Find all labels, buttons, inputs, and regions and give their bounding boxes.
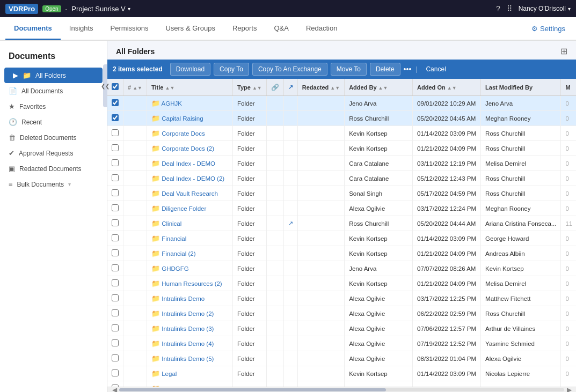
download-button[interactable]: Download bbox=[170, 63, 210, 76]
tab-redaction[interactable]: Redaction bbox=[297, 18, 346, 40]
tab-reports[interactable]: Reports bbox=[224, 18, 266, 40]
row-checkbox[interactable] bbox=[112, 339, 119, 346]
copy-to-button[interactable]: Copy To bbox=[214, 63, 249, 76]
row-title[interactable]: Intralinks Demo bbox=[162, 295, 205, 302]
scroll-left-button[interactable]: ◀ bbox=[110, 386, 119, 393]
delete-button[interactable]: Delete bbox=[370, 63, 400, 76]
tab-documents[interactable]: Documents bbox=[5, 18, 61, 40]
row-title[interactable]: Deal Index - DEMO bbox=[162, 160, 215, 167]
settings-button[interactable]: ⚙ Settings bbox=[526, 21, 571, 36]
row-title[interactable]: Intralinks Demo (3) bbox=[162, 326, 214, 332]
row-checkbox[interactable] bbox=[112, 99, 119, 106]
project-chevron-icon[interactable]: ▾ bbox=[128, 6, 130, 12]
row-link1 bbox=[266, 351, 283, 366]
sidebar-item-approval-requests[interactable]: ✔ Approval Requests bbox=[0, 145, 107, 161]
header-added-by[interactable]: Added By ▲▼ bbox=[345, 79, 413, 96]
row-link2 bbox=[283, 111, 297, 126]
sidebar-item-redacted-documents[interactable]: ▣ Redacted Documents bbox=[0, 161, 107, 176]
row-checkbox[interactable] bbox=[112, 114, 119, 121]
tab-users-groups[interactable]: Users & Groups bbox=[157, 18, 223, 40]
collapse-sidebar-button[interactable]: ❮❮ bbox=[103, 64, 107, 107]
row-link1 bbox=[266, 96, 283, 111]
external-link-icon[interactable]: ↗ bbox=[288, 220, 293, 226]
row-checkbox[interactable] bbox=[112, 159, 119, 166]
row-title[interactable]: Financial bbox=[162, 235, 186, 242]
row-checkbox[interactable] bbox=[112, 189, 119, 196]
row-title[interactable]: Deal Index - DEMO (2) bbox=[162, 175, 224, 182]
row-added-on: 08/12/2022 10:47 AM bbox=[413, 381, 481, 387]
row-num bbox=[123, 186, 147, 201]
row-title[interactable]: Capital Raising bbox=[162, 115, 203, 122]
view-toggle-button[interactable]: ⊞ bbox=[560, 46, 567, 56]
tab-permissions[interactable]: Permissions bbox=[102, 18, 157, 40]
row-checkbox[interactable] bbox=[112, 249, 119, 256]
project-name[interactable]: Project Sunrise V ▾ bbox=[71, 5, 130, 13]
row-added-on: 08/31/2022 01:04 PM bbox=[413, 351, 481, 366]
header-title[interactable]: Title ▲▼ bbox=[147, 79, 233, 96]
row-checkbox[interactable] bbox=[112, 219, 119, 226]
select-all-checkbox[interactable] bbox=[112, 83, 119, 90]
row-checkbox[interactable] bbox=[112, 204, 119, 211]
row-checkbox[interactable] bbox=[112, 369, 119, 376]
row-title[interactable]: Deal Vault Research bbox=[162, 190, 218, 197]
row-checkbox[interactable] bbox=[112, 144, 119, 151]
scroll-right-button[interactable]: ▶ bbox=[564, 386, 574, 393]
row-title[interactable]: Diligence Folder bbox=[162, 205, 206, 212]
row-checkbox[interactable] bbox=[112, 354, 119, 361]
row-checkbox[interactable] bbox=[112, 324, 119, 331]
sidebar-item-bulk-documents[interactable]: ≡ Bulk Documents ▾ bbox=[0, 176, 107, 192]
row-title[interactable]: AGHJK bbox=[162, 100, 182, 107]
scroll-track[interactable] bbox=[119, 388, 564, 391]
row-checkbox-cell bbox=[107, 186, 123, 201]
move-to-button[interactable]: Move To bbox=[331, 63, 367, 76]
row-last-modified-by: Melisa Demirel bbox=[481, 276, 561, 291]
row-title[interactable]: Intralinks Demo (2) bbox=[162, 310, 214, 317]
row-title[interactable]: Intralinks Demo (4) bbox=[162, 341, 214, 347]
horizontal-scrollbar[interactable]: ◀ ▶ bbox=[107, 387, 576, 392]
row-extra: 0 bbox=[561, 291, 576, 306]
row-checkbox[interactable] bbox=[112, 129, 119, 136]
row-checkbox[interactable] bbox=[112, 309, 119, 316]
sidebar-item-recent[interactable]: 🕐 Recent bbox=[0, 114, 107, 130]
row-title[interactable]: Corporate Docs (2) bbox=[162, 145, 214, 152]
header-added-on[interactable]: Added On ▲▼ bbox=[413, 79, 481, 96]
more-actions-button[interactable]: ••• bbox=[404, 65, 412, 73]
row-type: Folder bbox=[233, 201, 267, 216]
row-title[interactable]: Corporate Docs bbox=[162, 130, 205, 137]
user-menu[interactable]: Nancy O'Driscoll ▾ bbox=[519, 5, 571, 12]
tab-insights[interactable]: Insights bbox=[61, 18, 102, 40]
cancel-button[interactable]: Cancel bbox=[421, 63, 450, 75]
sidebar-item-deleted-documents[interactable]: 🗑 Deleted Documents bbox=[0, 130, 107, 145]
row-extra: 0 bbox=[561, 201, 576, 216]
row-last-modified-by: Meghan Rooney bbox=[481, 201, 561, 216]
row-link1 bbox=[266, 336, 283, 351]
row-checkbox[interactable] bbox=[112, 264, 119, 271]
sidebar-item-all-folders[interactable]: ▶ 📁 All Folders bbox=[4, 68, 103, 83]
row-title[interactable]: Intralinks Demo (5) bbox=[162, 356, 214, 362]
tab-qa[interactable]: Q&A bbox=[265, 18, 297, 40]
folder-icon: 📁 bbox=[151, 99, 160, 107]
sidebar-item-favorites[interactable]: ★ Favorites bbox=[0, 99, 107, 114]
scroll-thumb[interactable] bbox=[119, 388, 386, 391]
row-checkbox[interactable] bbox=[112, 279, 119, 286]
row-title[interactable]: Clinical bbox=[162, 220, 181, 227]
row-link2 bbox=[283, 246, 297, 261]
header-num[interactable]: # ▲▼ bbox=[123, 79, 147, 96]
row-title[interactable]: GHDGFG bbox=[162, 265, 188, 272]
apps-grid-icon[interactable]: ⠿ bbox=[507, 4, 512, 13]
row-checkbox-cell bbox=[107, 111, 123, 126]
row-title[interactable]: Human Resources (2) bbox=[162, 280, 222, 287]
row-checkbox[interactable] bbox=[112, 174, 119, 181]
row-checkbox[interactable] bbox=[112, 234, 119, 241]
copy-to-exchange-button[interactable]: Copy To An Exchange bbox=[252, 63, 327, 76]
sidebar-item-all-documents[interactable]: 📄 All Documents bbox=[0, 83, 107, 99]
help-icon[interactable]: ? bbox=[496, 4, 500, 13]
header-type[interactable]: Type ▲▼ bbox=[233, 79, 267, 96]
row-checkbox[interactable] bbox=[112, 294, 119, 301]
header-last-modified-by[interactable]: Last Modified By bbox=[481, 79, 561, 96]
header-redacted[interactable]: Redacted ▲▼ bbox=[297, 79, 344, 96]
row-title[interactable]: Financial (2) bbox=[162, 250, 195, 257]
row-title-cell: 📁 GHDGFG bbox=[147, 261, 233, 276]
row-title[interactable]: Legal bbox=[162, 371, 177, 377]
row-link1 bbox=[266, 231, 283, 246]
